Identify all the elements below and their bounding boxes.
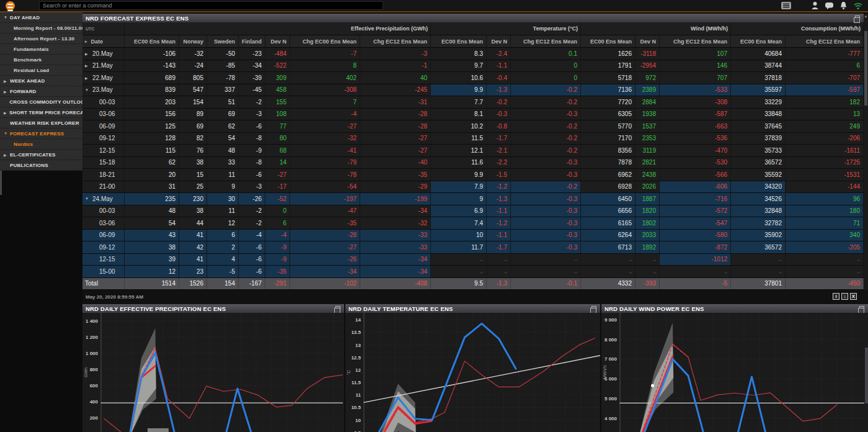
row-expand-icon[interactable]: ▶ — [85, 63, 89, 68]
value-cell: 35597 — [731, 84, 786, 96]
row-collapse-icon[interactable]: ▼ — [85, 197, 89, 200]
column-header-ec00-ens-mean-1[interactable]: EC00 Ens Mean — [125, 35, 179, 47]
excel-export-icon[interactable]: X — [850, 293, 857, 300]
sidebar-item-cross-commodity-outlook[interactable]: CROSS COMMODITY OUTLOOK — [0, 97, 82, 107]
column-header-date-0[interactable]: Date — [82, 35, 125, 47]
sidebar-item-forecast-express[interactable]: ▼FORECAST EXPRESS — [0, 128, 82, 139]
menu-icon[interactable] — [781, 1, 792, 10]
sidebar-item-afternoon-report-13-30[interactable]: Afternoon Report - 13.30 — [0, 34, 82, 44]
scroll-thumb[interactable] — [864, 31, 867, 106]
chevron-down-icon[interactable]: ▼ — [4, 16, 10, 19]
value-cell: 4 — [207, 254, 239, 266]
sidebar-item-forward[interactable]: ▶FORWARD — [0, 86, 82, 97]
column-header-sweden-3[interactable]: Sweden — [207, 35, 239, 47]
table-row-03-06[interactable]: 03-06544412-26-35-327.4-1.2-0.361651802-… — [82, 217, 864, 230]
row-expand-icon[interactable]: ▶ — [85, 52, 89, 56]
sidebar-item-day-ahead[interactable]: ▼DAY AHEAD — [0, 12, 82, 23]
chevron-right-icon[interactable]: ▶ — [4, 89, 10, 94]
chevron-right-icon[interactable]: ▶ — [4, 110, 9, 115]
value-cell: 12.1 — [431, 145, 487, 156]
table-row-22-may[interactable]: ▶22.May689805-78-393094024010.6-0.405718… — [82, 72, 864, 84]
row-expand-icon[interactable]: ▶ — [85, 76, 89, 80]
table-row-09-12[interactable]: 09-121288254-880-32-2711.5-1.7-0.2717023… — [82, 133, 864, 145]
table-row-03-06[interactable]: 03-061568969-3108-4-288.1-0.3-0.36305193… — [82, 109, 864, 121]
value-cell: -167 — [239, 278, 265, 290]
chevron-down-icon[interactable]: ▼ — [4, 132, 10, 135]
svg-text:GWh: GWh — [84, 367, 88, 377]
value-cell: 6264 — [581, 230, 636, 241]
value-cell: -4 — [239, 230, 265, 241]
value-cell: 2884 — [636, 96, 660, 108]
column-header-chg-ec12-ens-mean-13[interactable]: Chg EC12 Ens Mean — [660, 35, 731, 47]
notifications-icon[interactable] — [839, 1, 848, 10]
column-header-ec00-ens-mean-8[interactable]: EC00 Ens Mean — [431, 35, 487, 47]
table-scrollbar[interactable]: ▲ — [864, 14, 868, 290]
table-row-23-may[interactable]: ▼23.May839547337-45458-308-2459.9-1.3-0.… — [82, 84, 864, 97]
sidebar-item-morning-report-08-00-11-00[interactable]: Morning Report - 08.00/11.00 — [0, 23, 82, 34]
user-icon[interactable] — [811, 1, 819, 10]
column-header-dev-n-9[interactable]: Dev N — [487, 35, 511, 47]
table-row-06-09[interactable]: 06-091256962-677-27-2810.2-0.8-0.2577015… — [82, 120, 864, 133]
table-row-20-may[interactable]: ▶20.May-106-32-50-23-484-7-38.3-2.40.116… — [82, 48, 864, 60]
table-row-18-21[interactable]: 18-21201511-6-27-78-359.9-1.5-0.36962243… — [82, 169, 864, 181]
sidebar-item-short-term-price-forecast[interactable]: ▶SHORT TERM PRICE FORECAST — [0, 107, 82, 118]
column-header-chg-ec00-ens-mean-6[interactable]: Chg EC00 Ens Mean — [290, 35, 360, 47]
table-row-12-15[interactable]: 12-1539414-6-9-26-34..........-1012.... — [82, 254, 864, 266]
sidebar-item-fundamentals[interactable]: Fundamentals — [0, 44, 82, 55]
chevron-right-icon[interactable]: ▶ — [4, 79, 10, 83]
table-row-00-03[interactable]: 00-03483811-20-47-346.9-1.1-0.366561820-… — [82, 205, 864, 218]
window-icon[interactable] — [591, 306, 596, 310]
column-header-ec00-ens-mean-14[interactable]: EC00 Ens Mean — [731, 35, 786, 47]
column-header-norway-2[interactable]: Norway — [179, 35, 207, 47]
column-header-finland-4[interactable]: Finland — [239, 35, 265, 47]
sidebar-item-el-certificates[interactable]: ▶EL-CERTIFICATES — [0, 150, 82, 160]
column-header-dev-n-5[interactable]: Dev N — [265, 35, 290, 47]
left-scroll-indicator[interactable] — [0, 168, 2, 195]
column-header-chg-ec12-ens-mean-7[interactable]: Chg EC12 Ens Mean — [360, 35, 431, 47]
date-cell: ▼23.May — [82, 84, 125, 96]
window-icon[interactable] — [335, 306, 340, 310]
table-row-09-12[interactable]: 09-1238422-6-9-27-3311.7-1.7-0.367131892… — [82, 241, 864, 254]
column-header-ec00-ens-mean-11[interactable]: EC00 Ens Mean — [581, 35, 636, 47]
table-row-24-may[interactable]: ▼24.May23523030-26-52-197-1999-1.3-0.364… — [82, 193, 864, 205]
table-row-21-00[interactable]: 21-0031259-3-17-54-297.9-1.2-0.269282026… — [82, 181, 864, 194]
svg-text:400: 400 — [90, 399, 99, 405]
sidebar-item-residual-load[interactable]: Residual Load — [0, 65, 82, 76]
sidebar-item-nordics[interactable]: Nordics — [0, 139, 82, 150]
value-cell: 154 — [207, 278, 239, 290]
sidebar-item-publications[interactable]: PUBLICATIONS — [0, 160, 82, 171]
value-cell: 12 — [125, 266, 179, 277]
download-icon[interactable]: ↓ — [841, 293, 848, 300]
row-collapse-icon[interactable]: ▼ — [85, 88, 89, 92]
app-logo-icon[interactable] — [6, 1, 15, 11]
date-cell: 12-15 — [82, 254, 125, 266]
utc-label: UTC — [82, 22, 125, 35]
total-row[interactable]: Total15141526154-167-291-102-4089.5-1.3-… — [82, 278, 864, 290]
table-row-06-09[interactable]: 06-0943416-4-4-28-3310-1.1-0.362642033-5… — [82, 230, 864, 242]
sidebar-item-weather-risk-explorer[interactable]: WEATHER RISK EXPLORER — [0, 118, 82, 128]
table-row-00-03[interactable]: 00-0320315451-21557-317.7-0.2-0.27720288… — [82, 96, 864, 109]
chat-icon[interactable] — [825, 1, 834, 10]
column-header-dev-n-12[interactable]: Dev N — [636, 35, 660, 47]
window-icon[interactable] — [859, 306, 864, 310]
table-row-12-15[interactable]: 12-151157648-968-41-2712.1-2.1-0.2835631… — [82, 145, 864, 157]
value-cell: 9 — [207, 181, 239, 193]
sidebar-item-week-ahead[interactable]: ▶WEEK AHEAD — [0, 76, 82, 86]
info-icon[interactable]: i — [833, 293, 839, 300]
value-cell: 1892 — [636, 241, 660, 253]
value-cell: 80 — [265, 133, 290, 145]
column-header-chg-ec12-ens-mean-10[interactable]: Chg EC12 Ens Mean — [511, 35, 581, 47]
chevron-right-icon[interactable]: ▶ — [4, 153, 10, 157]
value-cell: -530 — [660, 157, 731, 169]
column-header-chg-ec12-ens-mean-15[interactable]: Chg EC12 Ens Mean — [786, 35, 864, 47]
value-cell: 0.1 — [511, 48, 581, 60]
table-row-21-may[interactable]: ▶21.May-143-24-85-34-5228-19.7-1.101791-… — [82, 60, 864, 73]
window-icon[interactable] — [855, 16, 860, 20]
sidebar-item-benchmark[interactable]: Benchmark — [0, 55, 82, 65]
table-row-15-00[interactable]: 15-001223-5-6-35-34-34................ — [82, 266, 864, 278]
search-input[interactable] — [39, 1, 383, 10]
page-scrollbar-thumb[interactable] — [865, 348, 868, 403]
scroll-up-arrow[interactable]: ▲ — [864, 14, 868, 20]
value-cell: 8.1 — [431, 109, 487, 120]
table-row-15-18[interactable]: 15-18623833-814-79-4011.6-2.2-0.37878282… — [82, 157, 864, 169]
